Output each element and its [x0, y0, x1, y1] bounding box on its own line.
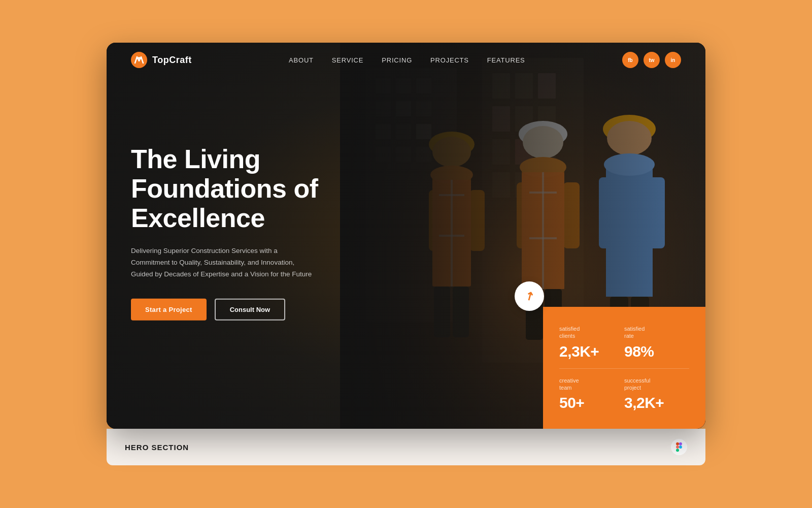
stat-satisfied-clients-label: satisfiedclients: [559, 325, 624, 340]
page-wrapper: TopCraft ABOUT SERVICE PRICING PROJECTS …: [0, 0, 812, 508]
stat-creative-team-label: creativeteam: [559, 377, 624, 392]
svg-rect-64: [676, 442, 679, 446]
svg-rect-67: [679, 442, 682, 446]
arrow-northeast-icon: ↗: [522, 288, 537, 304]
stat-successful-project-label: successfulproject: [624, 377, 689, 392]
brand-logo-icon: [131, 52, 147, 68]
nav-links: ABOUT SERVICE PRICING PROJECTS FEATURES: [289, 56, 525, 64]
stat-satisfied-rate-label: satisfiedrate: [624, 325, 689, 340]
brand: TopCraft: [131, 52, 192, 68]
hero-content: The Living Foundations of Excellence Del…: [131, 144, 385, 321]
bottom-bar: HERO SECTION: [107, 429, 705, 465]
stats-panel: satisfiedclients 2,3K+ satisfiedrate 98%…: [543, 307, 705, 429]
svg-point-62: [138, 57, 140, 59]
navbar: TopCraft ABOUT SERVICE PRICING PROJECTS …: [107, 43, 705, 77]
svg-point-68: [679, 446, 682, 449]
social-facebook-button[interactable]: fb: [622, 52, 638, 68]
hero-section-label: HERO SECTION: [125, 443, 189, 452]
nav-about[interactable]: ABOUT: [289, 56, 314, 64]
stat-satisfied-rate-value: 98%: [624, 343, 689, 360]
stat-creative-team: creativeteam 50+: [559, 373, 624, 416]
svg-rect-66: [676, 449, 679, 452]
social-linkedin-button[interactable]: in: [665, 52, 681, 68]
browser-card: TopCraft ABOUT SERVICE PRICING PROJECTS …: [107, 43, 705, 465]
stat-successful-project-value: 3,2K+: [624, 394, 689, 411]
nav-features[interactable]: FEATURES: [487, 56, 525, 64]
stat-satisfied-clients: satisfiedclients 2,3K+: [559, 321, 624, 364]
stat-satisfied-clients-value: 2,3K+: [559, 343, 624, 360]
hero-title: The Living Foundations of Excellence: [131, 144, 385, 233]
nav-service[interactable]: SERVICE: [332, 56, 363, 64]
consult-now-button[interactable]: Consult Now: [215, 298, 285, 320]
nav-projects[interactable]: PROJECTS: [430, 56, 469, 64]
social-twitter-button[interactable]: tw: [644, 52, 660, 68]
stats-divider: [559, 368, 689, 369]
stat-successful-project: successfulproject 3,2K+: [624, 373, 689, 416]
stat-satisfied-rate: satisfiedrate 98%: [624, 321, 689, 364]
stat-creative-team-value: 50+: [559, 394, 624, 411]
hero-buttons: Start a Project Consult Now: [131, 298, 385, 320]
start-project-button[interactable]: Start a Project: [131, 298, 207, 320]
svg-rect-65: [676, 446, 679, 449]
arrow-link-button[interactable]: ↗: [515, 281, 544, 311]
hero-subtitle: Delivering Superior Construction Service…: [131, 245, 314, 280]
social-icons: fb tw in: [622, 52, 681, 68]
nav-pricing[interactable]: PRICING: [382, 56, 412, 64]
brand-name: TopCraft: [152, 55, 192, 66]
figma-icon: [671, 439, 687, 455]
